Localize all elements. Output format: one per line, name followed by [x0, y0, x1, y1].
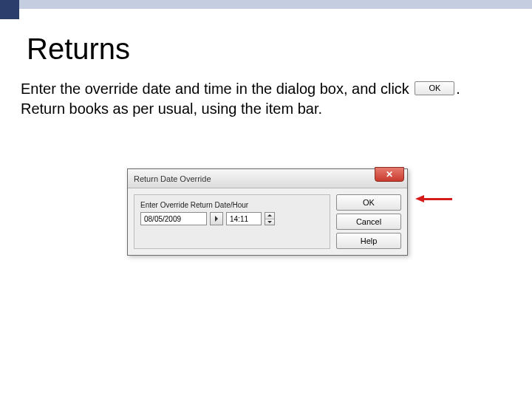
- band-light-bar: [19, 0, 532, 9]
- dialog-title: Return Date Override: [134, 174, 211, 183]
- cancel-button[interactable]: Cancel: [336, 214, 401, 230]
- spinner-down-button[interactable]: [265, 219, 274, 225]
- ok-button[interactable]: OK: [336, 194, 401, 211]
- instruction-part1: Enter the override date and time in the …: [21, 81, 409, 97]
- calendar-picker-button[interactable]: [210, 212, 223, 225]
- close-button[interactable]: ✕: [375, 167, 404, 182]
- field-label: Enter Override Return Date/Hour: [140, 201, 324, 209]
- page-title: Returns: [27, 33, 532, 66]
- field-row: 14:11: [140, 212, 324, 225]
- time-spinner[interactable]: [265, 212, 275, 225]
- time-input[interactable]: 14:11: [226, 212, 262, 225]
- callout-arrow: [415, 195, 452, 202]
- chevron-down-icon: [267, 221, 272, 223]
- date-input[interactable]: [140, 212, 207, 225]
- instruction-text: Enter the override date and time in the …: [21, 79, 508, 119]
- arrow-line: [424, 198, 452, 200]
- spinner-up-button[interactable]: [265, 213, 274, 219]
- arrow-left-icon: [415, 195, 424, 202]
- inline-ok-button-graphic: OK: [415, 81, 454, 95]
- close-icon: ✕: [386, 170, 393, 179]
- decorative-band: [0, 0, 532, 27]
- chevron-right-icon: [215, 216, 218, 222]
- button-panel: OK Cancel Help: [336, 194, 401, 249]
- help-button[interactable]: Help: [336, 233, 401, 249]
- return-date-override-dialog: Return Date Override ✕ Enter Override Re…: [127, 168, 408, 256]
- dialog-titlebar: Return Date Override ✕: [128, 169, 407, 188]
- dialog-screenshot: Return Date Override ✕ Enter Override Re…: [127, 168, 408, 256]
- time-value: 14:11: [230, 215, 248, 223]
- band-dark-square: [0, 0, 19, 19]
- chevron-up-icon: [267, 214, 272, 216]
- dialog-body: Enter Override Return Date/Hour 14:11: [128, 188, 407, 255]
- input-panel: Enter Override Return Date/Hour 14:11: [134, 194, 330, 249]
